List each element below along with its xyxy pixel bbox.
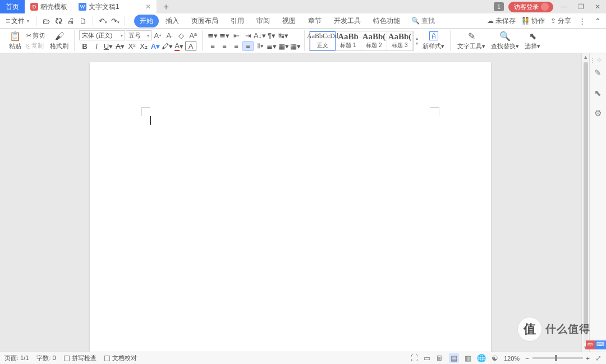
window-close-button[interactable]: ✕	[591, 3, 604, 11]
collapse-ribbon-icon[interactable]: ⌃	[593, 17, 603, 25]
borders-button[interactable]: ▦▾	[290, 41, 301, 51]
font-size-select[interactable]: 五号	[126, 30, 152, 40]
scroll-thumb[interactable]	[584, 62, 588, 331]
paste-button[interactable]: 📋粘贴	[7, 31, 24, 50]
fit-page-icon[interactable]: ⤢	[595, 354, 602, 362]
ribbon-tab-7[interactable]: 开发工具	[328, 15, 366, 27]
ribbon-tab-1[interactable]: 插入	[160, 15, 185, 27]
pen-tool-icon[interactable]: ✎	[593, 68, 603, 78]
more-icon[interactable]: ⋮	[577, 17, 587, 25]
page-1[interactable]	[90, 62, 491, 352]
char-border-button[interactable]: A	[185, 41, 196, 51]
page-layout-icon[interactable]: ▤	[449, 353, 459, 363]
sort-button[interactable]: A↓▾	[254, 30, 265, 40]
unsaved-indicator[interactable]: ☁未保存	[487, 16, 516, 26]
zoom-value[interactable]: 120%	[504, 355, 520, 362]
text-tools-button[interactable]: ✎文字工具▾	[455, 31, 488, 50]
find-replace-button[interactable]: 🔍查找替换▾	[489, 31, 521, 50]
undo-button[interactable]: ↶▾	[98, 17, 108, 25]
strikethrough-button[interactable]: A▾	[114, 41, 126, 51]
justify-button[interactable]: ≡	[242, 41, 254, 51]
redo-button[interactable]: ↷▾	[110, 17, 120, 25]
document-canvas[interactable]	[0, 53, 581, 352]
vertical-scrollbar[interactable]: ▲ ▼	[581, 53, 589, 352]
align-right-button[interactable]: ≡	[231, 41, 242, 51]
reading-mode-icon[interactable]: ▭	[424, 354, 430, 362]
subscript-button[interactable]: X₂	[138, 41, 149, 51]
print-icon[interactable]: 🖨	[66, 17, 76, 25]
style-1[interactable]: AaBb标题 1	[336, 31, 361, 50]
ribbon-tab-0[interactable]: 开始	[134, 15, 159, 27]
clear-formatting-button[interactable]: ◇	[176, 30, 187, 40]
copy-button[interactable]: ⎘复制	[25, 41, 47, 50]
select-button[interactable]: ⬉选择▾	[522, 31, 543, 50]
collaborate-button[interactable]: 🧑‍🤝‍🧑协作	[521, 16, 545, 26]
underline-button[interactable]: U▾	[103, 41, 114, 51]
tab-docell-templates[interactable]: D 稻壳模板	[25, 0, 73, 13]
scroll-up-icon[interactable]: ▲	[583, 53, 588, 61]
print-preview-icon[interactable]: 🗋	[78, 17, 88, 25]
page-indicator[interactable]: 页面: 1/1	[4, 354, 29, 362]
zoom-slider[interactable]: − +	[525, 355, 590, 362]
word-count[interactable]: 字数: 0	[36, 354, 56, 362]
format-painter-button[interactable]: 🖌格式刷	[48, 31, 71, 50]
decrease-indent-button[interactable]: ⇤	[231, 30, 242, 40]
new-tab-button[interactable]: ＋	[157, 0, 175, 13]
new-style-button[interactable]: 🄰新样式▾	[420, 31, 447, 50]
numbering-button[interactable]: ≣▾	[219, 30, 230, 40]
search-box[interactable]: 🔍 查找	[411, 16, 435, 26]
eye-protect-icon[interactable]: 🌐	[477, 354, 486, 362]
show-marks-button[interactable]: ¶▾	[266, 30, 277, 40]
line-spacing-button[interactable]: ≣▾	[266, 41, 277, 51]
style-scroll[interactable]: ▴▾	[415, 36, 419, 46]
open-icon[interactable]: 🗁	[41, 17, 51, 25]
bold-button[interactable]: B	[79, 41, 90, 51]
highlight-button[interactable]: 🖍▾	[162, 41, 173, 51]
style-3[interactable]: AaBb(标题 3	[387, 31, 413, 50]
shading-button[interactable]: ▦▾	[278, 41, 289, 51]
zoom-in-icon[interactable]: +	[586, 355, 590, 362]
increase-indent-button[interactable]: ⇥	[242, 30, 254, 40]
tab-home[interactable]: 首页	[0, 0, 25, 13]
proofread-toggle[interactable]: 文档校对	[104, 354, 137, 362]
align-center-button[interactable]: ≡	[219, 41, 230, 51]
ribbon-tab-6[interactable]: 章节	[302, 15, 327, 27]
ribbon-tab-2[interactable]: 页面布局	[186, 15, 224, 27]
window-maximize-button[interactable]: ❐	[575, 3, 587, 11]
style-0[interactable]: AaBbCcDd正文	[310, 31, 336, 50]
tab-document[interactable]: W 文字文稿1 ✕	[73, 0, 157, 13]
guest-login-button[interactable]: 访客登录	[508, 2, 553, 12]
notification-badge[interactable]: 1	[494, 2, 504, 11]
style-2[interactable]: AaBb(标题 2	[361, 31, 387, 50]
window-minimize-button[interactable]: —	[558, 3, 570, 11]
bullets-button[interactable]: ≣▾	[207, 30, 218, 40]
tab-stops-button[interactable]: ↹▾	[278, 30, 289, 40]
nightmode-icon[interactable]: ☯	[492, 354, 498, 362]
zoom-out-icon[interactable]: −	[525, 355, 529, 362]
outline-mode-icon[interactable]: 🗏	[436, 354, 443, 362]
distributed-button[interactable]: ⫴▾	[254, 41, 265, 51]
ribbon-tab-8[interactable]: 特色功能	[368, 15, 406, 27]
spellcheck-toggle[interactable]: 拼写检查	[64, 354, 97, 362]
italic-button[interactable]: I	[91, 41, 102, 51]
ribbon-tab-4[interactable]: 审阅	[251, 15, 276, 27]
save-icon[interactable]: 🗘	[53, 17, 63, 25]
text-effects-button[interactable]: A▾	[150, 41, 161, 51]
grow-font-button[interactable]: A+	[152, 30, 163, 40]
settings-tool-icon[interactable]: ⚙	[593, 108, 603, 118]
shrink-font-button[interactable]: A-	[164, 30, 175, 40]
pointer-tool-icon[interactable]: ⬉	[593, 88, 603, 98]
change-case-button[interactable]: Aª	[187, 30, 199, 40]
ribbon-tab-5[interactable]: 视图	[277, 15, 301, 27]
font-family-select[interactable]: 宋体 (正文)	[79, 30, 125, 40]
font-color-button[interactable]: A▾	[173, 41, 185, 51]
style-gallery[interactable]: AaBbCcDd正文AaBb标题 1AaBb(标题 2AaBb(标题 3	[309, 31, 414, 51]
superscript-button[interactable]: X²	[126, 41, 137, 51]
ime-badge[interactable]: 中⌨	[586, 340, 606, 349]
close-tab-icon[interactable]: ✕	[145, 3, 151, 11]
fullscreen-icon[interactable]: ⛶	[411, 354, 418, 362]
cut-button[interactable]: ✂剪切	[25, 31, 47, 40]
web-layout-icon[interactable]: ▥	[465, 354, 471, 362]
file-menu[interactable]: ≡ 文件 ▾	[3, 16, 31, 26]
ribbon-tab-3[interactable]: 引用	[225, 15, 250, 27]
